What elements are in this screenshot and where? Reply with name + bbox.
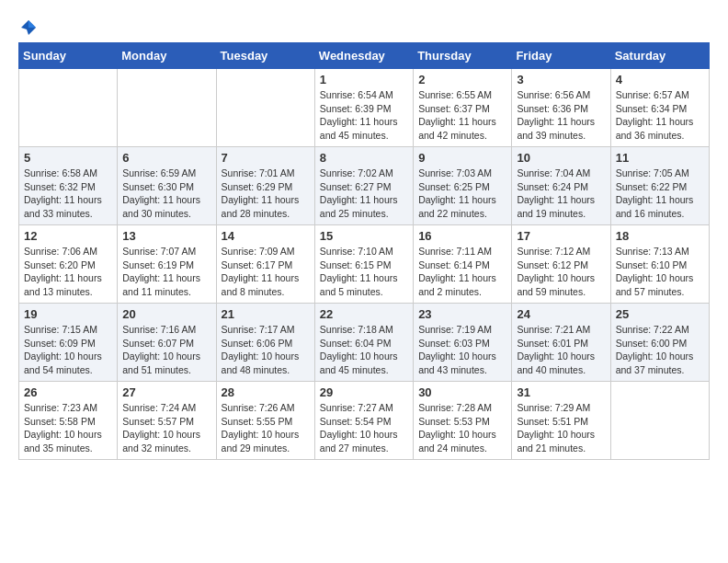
day-content: Sunrise: 6:54 AM Sunset: 6:39 PM Dayligh… — [320, 88, 408, 143]
calendar-cell: 11Sunrise: 7:05 AM Sunset: 6:22 PM Dayli… — [610, 147, 709, 225]
day-number: 10 — [517, 151, 605, 165]
calendar-week-row: 19Sunrise: 7:15 AM Sunset: 6:09 PM Dayli… — [19, 304, 710, 382]
calendar-header: SundayMondayTuesdayWednesdayThursdayFrid… — [19, 43, 710, 69]
day-of-week-header: Tuesday — [216, 43, 314, 69]
day-number: 18 — [616, 229, 704, 243]
calendar-cell: 8Sunrise: 7:02 AM Sunset: 6:27 PM Daylig… — [314, 147, 413, 225]
day-content: Sunrise: 6:58 AM Sunset: 6:32 PM Dayligh… — [24, 167, 112, 221]
calendar-week-row: 5Sunrise: 6:58 AM Sunset: 6:32 PM Daylig… — [19, 147, 710, 225]
day-content: Sunrise: 6:55 AM Sunset: 6:37 PM Dayligh… — [418, 88, 506, 143]
day-content: Sunrise: 7:18 AM Sunset: 6:04 PM Dayligh… — [320, 323, 408, 377]
day-number: 1 — [320, 73, 408, 86]
calendar-cell: 19Sunrise: 7:15 AM Sunset: 6:09 PM Dayli… — [19, 304, 118, 382]
calendar-cell: 18Sunrise: 7:13 AM Sunset: 6:10 PM Dayli… — [610, 225, 709, 304]
calendar-cell: 20Sunrise: 7:16 AM Sunset: 6:07 PM Dayli… — [118, 304, 216, 382]
day-number: 27 — [122, 385, 210, 399]
day-number: 12 — [24, 229, 112, 243]
day-number: 24 — [517, 307, 605, 321]
calendar-cell: 16Sunrise: 7:11 AM Sunset: 6:14 PM Dayli… — [414, 225, 512, 304]
day-number: 21 — [222, 307, 310, 321]
day-content: Sunrise: 7:13 AM Sunset: 6:10 PM Dayligh… — [616, 245, 704, 299]
day-content: Sunrise: 6:56 AM Sunset: 6:36 PM Dayligh… — [517, 88, 605, 143]
page-header — [18, 18, 710, 33]
day-content: Sunrise: 7:01 AM Sunset: 6:29 PM Dayligh… — [222, 167, 310, 221]
calendar-week-row: 12Sunrise: 7:06 AM Sunset: 6:20 PM Dayli… — [19, 225, 710, 304]
calendar-cell: 12Sunrise: 7:06 AM Sunset: 6:20 PM Dayli… — [19, 225, 118, 304]
logo-icon — [19, 18, 38, 37]
calendar-cell: 9Sunrise: 7:03 AM Sunset: 6:25 PM Daylig… — [414, 147, 512, 225]
calendar-cell: 7Sunrise: 7:01 AM Sunset: 6:29 PM Daylig… — [216, 147, 314, 225]
calendar-cell: 26Sunrise: 7:23 AM Sunset: 5:58 PM Dayli… — [19, 382, 118, 460]
calendar-body: 1Sunrise: 6:54 AM Sunset: 6:39 PM Daylig… — [19, 69, 710, 460]
day-number: 28 — [222, 385, 310, 399]
calendar-cell: 13Sunrise: 7:07 AM Sunset: 6:19 PM Dayli… — [118, 225, 216, 304]
day-number: 11 — [616, 151, 704, 165]
day-content: Sunrise: 7:15 AM Sunset: 6:09 PM Dayligh… — [24, 323, 112, 377]
day-content: Sunrise: 6:59 AM Sunset: 6:30 PM Dayligh… — [122, 167, 210, 221]
day-number: 31 — [517, 385, 605, 399]
day-number: 4 — [616, 73, 704, 86]
day-number: 13 — [122, 229, 210, 243]
day-content: Sunrise: 7:16 AM Sunset: 6:07 PM Dayligh… — [122, 323, 210, 377]
day-of-week-header: Sunday — [19, 43, 118, 69]
calendar-cell: 14Sunrise: 7:09 AM Sunset: 6:17 PM Dayli… — [216, 225, 314, 304]
day-number: 15 — [320, 229, 408, 243]
day-content: Sunrise: 7:17 AM Sunset: 6:06 PM Dayligh… — [222, 323, 310, 377]
day-content: Sunrise: 7:06 AM Sunset: 6:20 PM Dayligh… — [24, 245, 112, 299]
day-content: Sunrise: 7:07 AM Sunset: 6:19 PM Dayligh… — [122, 245, 210, 299]
calendar-cell: 31Sunrise: 7:29 AM Sunset: 5:51 PM Dayli… — [512, 382, 610, 460]
day-content: Sunrise: 7:12 AM Sunset: 6:12 PM Dayligh… — [517, 245, 605, 299]
calendar-cell: 15Sunrise: 7:10 AM Sunset: 6:15 PM Dayli… — [314, 225, 413, 304]
calendar-cell: 1Sunrise: 6:54 AM Sunset: 6:39 PM Daylig… — [314, 69, 413, 147]
calendar-cell: 2Sunrise: 6:55 AM Sunset: 6:37 PM Daylig… — [414, 69, 512, 147]
day-number: 14 — [222, 229, 310, 243]
day-content: Sunrise: 7:24 AM Sunset: 5:57 PM Dayligh… — [122, 401, 210, 455]
calendar-table: SundayMondayTuesdayWednesdayThursdayFrid… — [18, 42, 710, 460]
day-number: 6 — [122, 151, 210, 165]
calendar-cell: 6Sunrise: 6:59 AM Sunset: 6:30 PM Daylig… — [118, 147, 216, 225]
day-content: Sunrise: 7:09 AM Sunset: 6:17 PM Dayligh… — [222, 245, 310, 299]
day-content: Sunrise: 7:02 AM Sunset: 6:27 PM Dayligh… — [320, 167, 408, 221]
day-content: Sunrise: 7:28 AM Sunset: 5:53 PM Dayligh… — [418, 401, 506, 455]
day-content: Sunrise: 7:23 AM Sunset: 5:58 PM Dayligh… — [24, 401, 112, 455]
calendar-cell — [118, 69, 216, 147]
day-number: 16 — [418, 229, 506, 243]
day-number: 26 — [24, 385, 112, 399]
calendar-cell: 24Sunrise: 7:21 AM Sunset: 6:01 PM Dayli… — [512, 304, 610, 382]
calendar-week-row: 26Sunrise: 7:23 AM Sunset: 5:58 PM Dayli… — [19, 382, 710, 460]
calendar-cell: 29Sunrise: 7:27 AM Sunset: 5:54 PM Dayli… — [314, 382, 413, 460]
calendar-cell: 28Sunrise: 7:26 AM Sunset: 5:55 PM Dayli… — [216, 382, 314, 460]
day-of-week-header: Thursday — [414, 43, 512, 69]
day-content: Sunrise: 7:19 AM Sunset: 6:03 PM Dayligh… — [418, 323, 506, 377]
day-content: Sunrise: 7:27 AM Sunset: 5:54 PM Dayligh… — [320, 401, 408, 455]
header-row: SundayMondayTuesdayWednesdayThursdayFrid… — [19, 43, 710, 69]
day-content: Sunrise: 7:29 AM Sunset: 5:51 PM Dayligh… — [517, 401, 605, 455]
calendar-cell: 4Sunrise: 6:57 AM Sunset: 6:34 PM Daylig… — [610, 69, 709, 147]
day-number: 20 — [122, 307, 210, 321]
svg-marker-1 — [28, 20, 36, 28]
day-content: Sunrise: 7:04 AM Sunset: 6:24 PM Dayligh… — [517, 167, 605, 221]
day-number: 17 — [517, 229, 605, 243]
day-of-week-header: Wednesday — [314, 43, 413, 69]
day-of-week-header: Monday — [118, 43, 216, 69]
calendar-cell: 30Sunrise: 7:28 AM Sunset: 5:53 PM Dayli… — [414, 382, 512, 460]
day-number: 8 — [320, 151, 408, 165]
day-number: 5 — [24, 151, 112, 165]
calendar-cell — [19, 69, 118, 147]
calendar-cell: 23Sunrise: 7:19 AM Sunset: 6:03 PM Dayli… — [414, 304, 512, 382]
calendar-week-row: 1Sunrise: 6:54 AM Sunset: 6:39 PM Daylig… — [19, 69, 710, 147]
calendar-cell: 3Sunrise: 6:56 AM Sunset: 6:36 PM Daylig… — [512, 69, 610, 147]
calendar-cell — [610, 382, 709, 460]
day-content: Sunrise: 7:22 AM Sunset: 6:00 PM Dayligh… — [616, 323, 704, 377]
day-content: Sunrise: 7:11 AM Sunset: 6:14 PM Dayligh… — [418, 245, 506, 299]
day-number: 7 — [222, 151, 310, 165]
day-number: 23 — [418, 307, 506, 321]
day-of-week-header: Friday — [512, 43, 610, 69]
calendar-cell: 27Sunrise: 7:24 AM Sunset: 5:57 PM Dayli… — [118, 382, 216, 460]
calendar-cell: 25Sunrise: 7:22 AM Sunset: 6:00 PM Dayli… — [610, 304, 709, 382]
day-number: 30 — [418, 385, 506, 399]
day-content: Sunrise: 6:57 AM Sunset: 6:34 PM Dayligh… — [616, 88, 704, 143]
calendar-cell: 10Sunrise: 7:04 AM Sunset: 6:24 PM Dayli… — [512, 147, 610, 225]
day-content: Sunrise: 7:10 AM Sunset: 6:15 PM Dayligh… — [320, 245, 408, 299]
day-number: 22 — [320, 307, 408, 321]
